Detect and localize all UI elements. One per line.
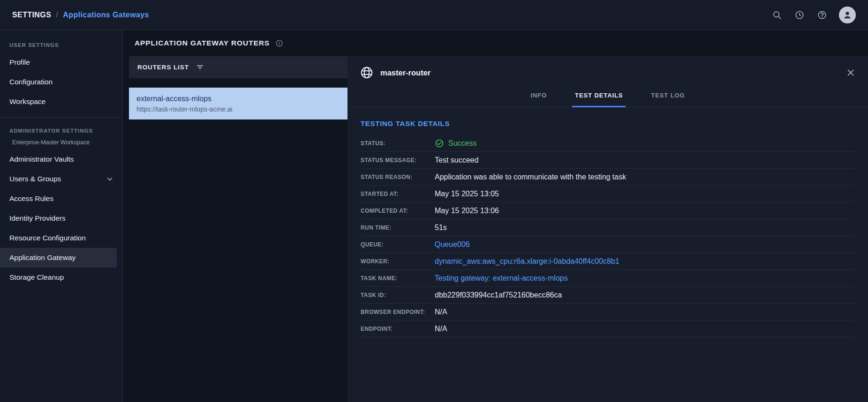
- queue-link[interactable]: Queue006: [435, 240, 470, 249]
- detail-row-worker: WORKER: dynamic_aws:aws_cpu:r6a.xlarge:i…: [361, 253, 855, 270]
- user-avatar[interactable]: [839, 7, 856, 23]
- status-value: Success: [435, 139, 476, 148]
- router-url: https://task-router-mlops-acme.ai: [136, 105, 340, 113]
- router-detail-panel: master-router INFO TEST DETAILS TEST LOG…: [347, 56, 868, 402]
- sidebar-item-administrator-vaults[interactable]: Administrator Vaults: [0, 149, 122, 169]
- routers-list-body: external-access-mlops https://task-route…: [129, 78, 347, 402]
- chevron-down-icon: [106, 175, 114, 183]
- user-settings-section-label: USER SETTINGS: [0, 38, 122, 52]
- check-circle-icon: [435, 139, 444, 148]
- detail-row-started-at: STARTED AT: May 15 2025 13:05: [361, 186, 855, 202]
- row-label: STATUS:: [361, 140, 435, 147]
- sidebar: USER SETTINGS Profile Configuration Work…: [0, 30, 123, 402]
- row-value: dbb229f033994cc1af752160becc86ca: [435, 291, 562, 299]
- sidebar-item-label: Administrator Vaults: [9, 155, 74, 164]
- row-label: QUEUE:: [361, 241, 435, 248]
- sidebar-item-label: Storage Cleanup: [9, 273, 64, 282]
- row-label: TASK ID:: [361, 292, 435, 298]
- row-value: 51s: [435, 223, 447, 232]
- filter-icon[interactable]: [196, 63, 204, 72]
- admin-workspace-name: Enterprise-Master Workspace: [0, 138, 122, 149]
- tab-info[interactable]: INFO: [528, 85, 550, 107]
- detail-row-run-time: RUN TIME: 51s: [361, 219, 855, 236]
- detail-header: master-router: [347, 56, 868, 85]
- help-icon[interactable]: [816, 9, 828, 21]
- sidebar-item-label: Resource Configuration: [9, 234, 86, 242]
- topbar: SETTINGS / Applications Gateways: [0, 0, 868, 30]
- detail-row-status-reason: STATUS REASON: Application was able to c…: [361, 169, 855, 186]
- sidebar-item-access-rules[interactable]: Access Rules: [0, 189, 122, 208]
- sidebar-item-label: Profile: [9, 58, 30, 67]
- sidebar-item-configuration[interactable]: Configuration: [0, 72, 122, 92]
- detail-row-queue: QUEUE: Queue006: [361, 236, 855, 253]
- row-label: ENDPOINT:: [361, 326, 435, 332]
- detail-tabs: INFO TEST DETAILS TEST LOG: [347, 85, 868, 107]
- detail-row-task-name: TASK NAME: Testing gateway: external-acc…: [361, 270, 855, 287]
- breadcrumb-settings[interactable]: SETTINGS: [12, 11, 51, 19]
- sidebar-divider: [0, 117, 122, 118]
- app-root: SETTINGS / Applications Gateways: [0, 0, 868, 402]
- sidebar-item-label: Access Rules: [9, 194, 53, 203]
- close-icon[interactable]: [845, 67, 856, 78]
- sidebar-item-label: Application Gateway: [9, 253, 75, 262]
- row-value: Test succeed: [435, 156, 478, 164]
- content-shell: USER SETTINGS Profile Configuration Work…: [0, 30, 868, 402]
- breadcrumb-separator: /: [56, 10, 58, 20]
- topbar-actions: [771, 7, 856, 23]
- sidebar-item-label: Users & Groups: [9, 175, 61, 183]
- worker-link[interactable]: dynamic_aws:aws_cpu:r6a.xlarge:i-0abda40…: [435, 257, 619, 266]
- sidebar-item-resource-configuration[interactable]: Resource Configuration: [0, 228, 122, 248]
- breadcrumb-current: Applications Gateways: [63, 11, 149, 19]
- sidebar-item-profile[interactable]: Profile: [0, 52, 122, 72]
- breadcrumb: SETTINGS / Applications Gateways: [12, 10, 149, 20]
- row-label: TASK NAME:: [361, 275, 435, 282]
- sidebar-item-label: Workspace: [9, 97, 45, 106]
- row-value: May 15 2025 13:05: [435, 190, 499, 198]
- row-value: N/A: [435, 308, 447, 316]
- clock-icon[interactable]: [794, 9, 805, 21]
- page-header: APPLICATION GATEWAY ROUTERS: [123, 30, 868, 56]
- detail-row-task-id: TASK ID: dbb229f033994cc1af752160becc86c…: [361, 287, 855, 304]
- row-label: RUN TIME:: [361, 224, 435, 231]
- sidebar-item-application-gateway[interactable]: Application Gateway: [0, 248, 117, 268]
- row-value: Application was able to communicate with…: [435, 173, 626, 181]
- testing-task-details-title: TESTING TASK DETAILS: [361, 119, 855, 127]
- task-name-link[interactable]: Testing gateway: external-access-mlops: [435, 274, 568, 283]
- panels: ROUTERS LIST external-access-mlops https…: [123, 56, 868, 402]
- detail-row-completed-at: COMPLETED AT: May 15 2025 13:06: [361, 202, 855, 219]
- details-table: STATUS: Success: [361, 135, 855, 337]
- row-label: WORKER:: [361, 258, 435, 265]
- info-icon[interactable]: [275, 39, 283, 47]
- tab-test-details[interactable]: TEST DETAILS: [572, 85, 626, 107]
- sidebar-item-users-groups[interactable]: Users & Groups: [0, 169, 122, 189]
- router-name: external-access-mlops: [136, 95, 340, 103]
- sidebar-item-label: Identity Providers: [9, 214, 66, 223]
- sidebar-item-label: Configuration: [9, 78, 53, 86]
- tab-test-log[interactable]: TEST LOG: [648, 85, 687, 107]
- search-icon[interactable]: [771, 9, 783, 21]
- row-value: May 15 2025 13:06: [435, 207, 499, 215]
- row-label: BROWSER ENDPOINT:: [361, 309, 435, 315]
- routers-list-title: ROUTERS LIST: [137, 64, 189, 71]
- detail-row-browser-endpoint: BROWSER ENDPOINT: N/A: [361, 304, 855, 320]
- router-list-item-selected[interactable]: external-access-mlops https://task-route…: [129, 88, 347, 119]
- main-content: APPLICATION GATEWAY ROUTERS ROUTERS LIST: [123, 30, 868, 402]
- row-label: STATUS REASON:: [361, 174, 435, 180]
- sidebar-item-storage-cleanup[interactable]: Storage Cleanup: [0, 268, 122, 287]
- router-detail-title: master-router: [380, 68, 430, 77]
- row-label: COMPLETED AT:: [361, 208, 435, 214]
- routers-list-header: ROUTERS LIST: [129, 56, 347, 78]
- detail-row-status-message: STATUS MESSAGE: Test succeed: [361, 152, 855, 169]
- row-value: N/A: [435, 325, 447, 333]
- globe-icon: [360, 66, 374, 80]
- sidebar-item-identity-providers[interactable]: Identity Providers: [0, 208, 122, 228]
- page-title: APPLICATION GATEWAY ROUTERS: [135, 39, 270, 47]
- detail-row-endpoint: ENDPOINT: N/A: [361, 320, 855, 337]
- admin-settings-section-label: ADMINISTRATOR SETTINGS: [0, 124, 122, 138]
- status-text: Success: [448, 139, 476, 148]
- routers-list-panel: ROUTERS LIST external-access-mlops https…: [129, 56, 347, 402]
- sidebar-item-workspace[interactable]: Workspace: [0, 92, 122, 112]
- row-label: STATUS MESSAGE:: [361, 157, 435, 164]
- detail-row-status: STATUS: Success: [361, 135, 855, 152]
- row-label: STARTED AT:: [361, 191, 435, 197]
